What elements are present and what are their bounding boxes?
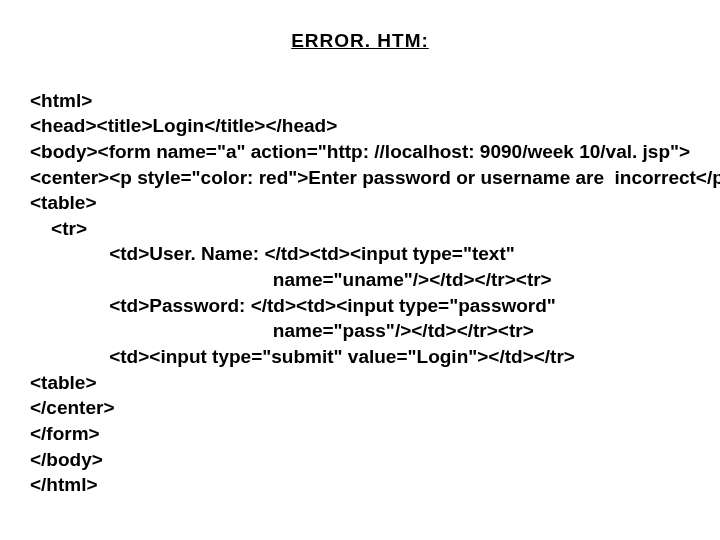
code-line: <body><form name="a" action="http: //loc…: [30, 141, 690, 162]
code-line: <td>User. Name: </td><td><input type="te…: [30, 243, 515, 264]
document-page: ERROR. HTM: <html> <head><title>Login</t…: [0, 0, 720, 524]
code-line: <td><input type="submit" value="Login"><…: [30, 346, 575, 367]
code-line: <head><title>Login</title></head>: [30, 115, 337, 136]
code-line: <td>Password: </td><td><input type="pass…: [30, 295, 556, 316]
code-line: <table>: [30, 372, 97, 393]
page-title: ERROR. HTM:: [30, 30, 690, 52]
code-line: <table>: [30, 192, 97, 213]
code-line: <center><p style="color: red">Enter pass…: [30, 167, 720, 188]
code-line: </form>: [30, 423, 100, 444]
code-line: <tr>: [30, 218, 87, 239]
code-line: </body>: [30, 449, 103, 470]
code-line: name="pass"/></td></tr><tr>: [30, 320, 534, 341]
code-line: </html>: [30, 474, 98, 495]
code-line: </center>: [30, 397, 115, 418]
code-listing: <html> <head><title>Login</title></head>…: [30, 62, 690, 524]
code-line: name="uname"/></td></tr><tr>: [30, 269, 552, 290]
code-line: <html>: [30, 90, 92, 111]
